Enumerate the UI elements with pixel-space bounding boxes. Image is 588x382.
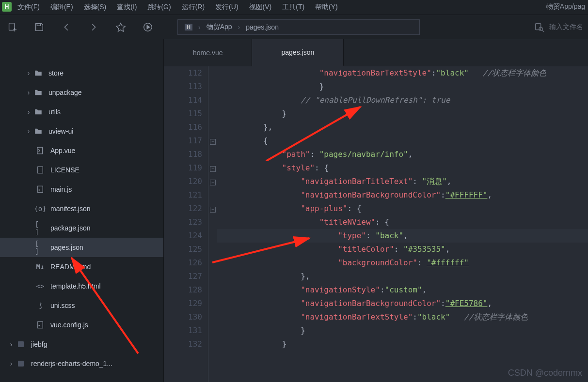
breadcrumb-root-icon: H bbox=[185, 24, 192, 31]
search-icon bbox=[534, 22, 544, 32]
svg-line-19 bbox=[212, 238, 309, 262]
code-line[interactable]: }, bbox=[226, 270, 588, 283]
manifest-icon: {o} bbox=[35, 203, 46, 214]
code-editor[interactable]: 1121131141151161171181191201211221231241… bbox=[164, 66, 588, 382]
fold-toggle-icon[interactable]: − bbox=[210, 139, 216, 145]
tree-item-label: store bbox=[48, 69, 64, 77]
tree-item-label: jiebfg bbox=[31, 340, 47, 348]
svg-point-13 bbox=[39, 190, 40, 191]
tree-item-label: main.js bbox=[50, 185, 72, 193]
annotation-arrow-icon bbox=[212, 236, 314, 265]
line-gutter: 1121131141151161171181191201211221231241… bbox=[164, 66, 208, 382]
tree-item-manifest-json[interactable]: {o}manifest.json bbox=[0, 199, 163, 218]
tree-item-license[interactable]: LICENSE bbox=[0, 160, 163, 180]
chevron-right-icon: › bbox=[24, 69, 33, 77]
tree-item-app-vue[interactable]: App.vue bbox=[0, 141, 163, 160]
play-icon[interactable] bbox=[141, 20, 155, 34]
watermark: CSDN @codernmx bbox=[508, 368, 582, 378]
star-icon[interactable] bbox=[113, 20, 128, 34]
new-file-icon[interactable] bbox=[5, 20, 19, 34]
chevron-right-icon: › bbox=[24, 127, 33, 135]
menu-help[interactable]: 帮助(Y) bbox=[315, 3, 338, 12]
code-line[interactable]: "navigationBarBackgroundColor":"#FE5786"… bbox=[226, 297, 588, 310]
tree-item-utils[interactable]: ›utils bbox=[0, 102, 163, 122]
fold-toggle-icon[interactable]: − bbox=[210, 166, 216, 172]
tree-item-package-json[interactable]: [ ]package.json bbox=[0, 218, 163, 238]
annotation-arrow-icon bbox=[68, 254, 141, 356]
tree-item-label: package.json bbox=[50, 224, 91, 232]
svg-rect-16 bbox=[18, 341, 24, 347]
menu-goto[interactable]: 跳转(G) bbox=[147, 3, 171, 12]
app-logo-icon: H bbox=[2, 2, 12, 12]
menu-edit[interactable]: 编辑(E) bbox=[50, 3, 73, 12]
tree-item-label: utils bbox=[48, 108, 61, 116]
search-placeholder: 输入文件名 bbox=[549, 23, 583, 31]
svg-rect-11 bbox=[38, 167, 43, 173]
chevron-right-icon: › bbox=[198, 23, 201, 31]
svg-line-9 bbox=[542, 30, 544, 32]
tree-item-main-js[interactable]: main.js bbox=[0, 180, 163, 199]
code-line[interactable]: "navigationBarTextStyle":"black" //状态栏字体… bbox=[226, 310, 588, 324]
code-line[interactable]: "navigationBarTitleText": "消息", bbox=[226, 175, 588, 188]
tree-item-label: pages.json bbox=[50, 244, 83, 251]
md-icon: M↓ bbox=[35, 261, 46, 272]
window-path: 物贸App/pag bbox=[546, 2, 585, 11]
code-line[interactable]: "navigationStyle":"custom", bbox=[226, 283, 588, 297]
code-line[interactable]: "style": { bbox=[226, 161, 588, 175]
code-line[interactable]: } bbox=[226, 324, 588, 337]
folder-icon bbox=[33, 126, 44, 137]
code-line[interactable]: "titleNView": { bbox=[226, 215, 588, 229]
fold-toggle-icon[interactable]: − bbox=[210, 180, 216, 185]
code-line[interactable]: } bbox=[226, 80, 588, 93]
breadcrumb-part[interactable]: 物贸App bbox=[207, 23, 232, 31]
svg-marker-6 bbox=[147, 25, 150, 29]
breadcrumb-part[interactable]: pages.json bbox=[246, 23, 279, 31]
tree-item-label: LICENSE bbox=[50, 166, 79, 174]
menu-find[interactable]: 查找(I) bbox=[117, 3, 137, 12]
file-icon bbox=[35, 165, 46, 175]
proj-icon bbox=[16, 358, 26, 369]
code-line[interactable]: "navigationBarBackgroundColor":"#FFFFFF"… bbox=[226, 188, 588, 202]
chevron-right-icon: › bbox=[238, 23, 240, 31]
tree-item-label: App.vue bbox=[50, 147, 75, 154]
menu-file[interactable]: 文件(F) bbox=[17, 3, 40, 12]
chevron-right-icon: › bbox=[7, 360, 16, 367]
breadcrumb[interactable]: H › 物贸App › pages.json bbox=[177, 19, 420, 35]
menu-publish[interactable]: 发行(U) bbox=[215, 3, 238, 12]
menu-view[interactable]: 视图(V) bbox=[249, 3, 272, 12]
back-icon[interactable] bbox=[59, 20, 74, 34]
tree-item-unpackage[interactable]: ›unpackage bbox=[0, 83, 163, 102]
menu-select[interactable]: 选择(S) bbox=[84, 3, 107, 12]
json-icon: [ ] bbox=[35, 242, 46, 253]
editor-tabs: home.vue pages.json bbox=[164, 39, 588, 66]
tree-item-renderjs-echarts-demo-1---[interactable]: ›renderjs-echarts-demo_1... bbox=[0, 354, 163, 373]
editor-area: home.vue pages.json 11211311411511611711… bbox=[164, 39, 588, 382]
fold-column[interactable]: −−−− bbox=[208, 66, 217, 382]
svg-rect-0 bbox=[9, 23, 15, 30]
tree-item-store[interactable]: ›store bbox=[0, 63, 163, 83]
vue-icon bbox=[35, 145, 46, 156]
tree-item-label: renderjs-echarts-demo_1... bbox=[31, 360, 112, 367]
svg-rect-12 bbox=[38, 186, 43, 193]
folder-icon bbox=[33, 107, 44, 117]
tab-home-vue[interactable]: home.vue bbox=[164, 39, 252, 66]
file-search[interactable]: 输入文件名 bbox=[534, 22, 583, 32]
fold-toggle-icon[interactable]: − bbox=[210, 207, 216, 213]
forward-icon[interactable] bbox=[86, 20, 101, 34]
tab-pages-json[interactable]: pages.json bbox=[252, 39, 344, 66]
tree-item-uview-ui[interactable]: ›uview-ui bbox=[0, 122, 163, 141]
menu-run[interactable]: 运行(R) bbox=[182, 3, 205, 12]
proj-icon bbox=[16, 339, 26, 350]
tree-item-label: manifest.json bbox=[50, 205, 90, 213]
menubar: 文件(F) 编辑(E) 选择(S) 查找(I) 跳转(G) 运行(R) 发行(U… bbox=[0, 0, 588, 15]
code-line[interactable]: } bbox=[226, 337, 588, 351]
js-icon bbox=[35, 320, 46, 330]
save-icon[interactable] bbox=[32, 20, 47, 34]
chevron-right-icon: › bbox=[24, 89, 33, 96]
folder-icon bbox=[33, 87, 44, 98]
svg-rect-17 bbox=[18, 361, 24, 367]
code-line[interactable]: "app-plus": { bbox=[226, 202, 588, 215]
code-line[interactable]: "navigationBarTextStyle":"black" //状态栏字体… bbox=[226, 66, 588, 80]
menu-tools[interactable]: 工具(T) bbox=[282, 3, 304, 12]
svg-rect-14 bbox=[38, 321, 43, 328]
